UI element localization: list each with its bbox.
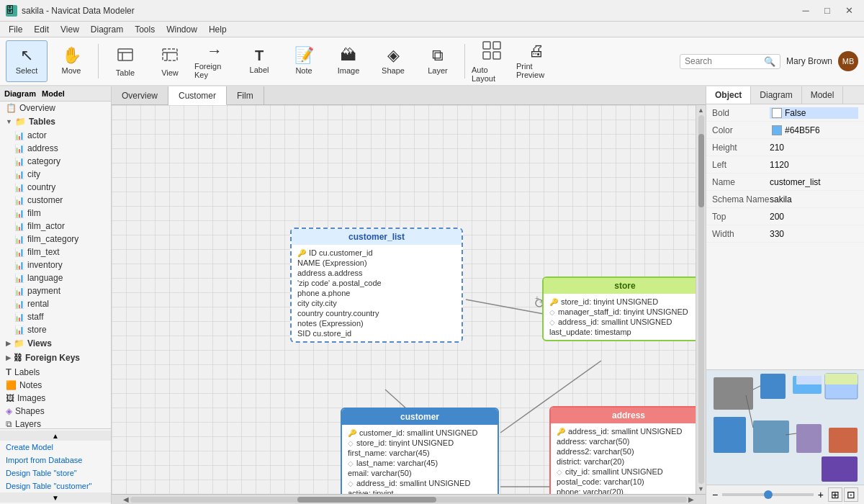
- sidebar-item-address[interactable]: 📊 address: [0, 142, 111, 155]
- horizontal-scrollbar[interactable]: ◀ ▶: [112, 494, 706, 504]
- tool-layer[interactable]: ⧉ Layer: [417, 40, 459, 82]
- menu-view[interactable]: View: [55, 23, 85, 36]
- tool-note[interactable]: 📝 Note: [283, 40, 325, 82]
- h-scroll-thumb[interactable]: [297, 497, 436, 503]
- bold-checkbox[interactable]: [772, 108, 782, 118]
- key-icon: 🔑: [348, 429, 356, 437]
- tool-move[interactable]: ✋ Move: [50, 40, 92, 82]
- sidebar-item-shapes[interactable]: ◈ Shapes: [0, 405, 111, 418]
- scroll-up-btn[interactable]: ▲: [0, 431, 111, 441]
- actor-table-icon: 📊: [14, 131, 24, 140]
- table-store[interactable]: store 🔑 store_id: tinyint UNSIGNED ◇ man…: [542, 276, 696, 341]
- layout-btn-2[interactable]: ⊡: [844, 487, 858, 502]
- v-scroll-track[interactable]: [698, 115, 704, 484]
- scroll-up-arrow[interactable]: ▲: [698, 107, 704, 114]
- sidebar-tab-diagram[interactable]: Diagram: [4, 89, 36, 98]
- zoom-out-btn[interactable]: −: [712, 489, 718, 500]
- mini-canvas[interactable]: [706, 369, 864, 485]
- tool-label[interactable]: T Label: [238, 40, 280, 82]
- canvas-content[interactable]: + + ⊢ ○ + + customer_list: [112, 105, 696, 494]
- tab-customer[interactable]: Customer: [168, 86, 227, 105]
- sidebar-item-images[interactable]: 🖼 Images: [0, 392, 111, 405]
- tool-print-preview[interactable]: 🖨 Print Preview: [516, 40, 557, 82]
- design-table-store-link[interactable]: Design Table "store": [0, 467, 111, 480]
- sidebar-item-inventory[interactable]: 📊 inventory: [0, 258, 111, 271]
- table-customer-list-header: customer_list: [292, 229, 462, 245]
- scroll-down-arrow[interactable]: ▼: [698, 485, 704, 492]
- expand-tables-icon: ▼: [6, 118, 12, 125]
- sidebar-item-rental[interactable]: 📊 rental: [0, 297, 111, 310]
- v-scroll-thumb[interactable]: [698, 134, 704, 207]
- tab-model[interactable]: Model: [802, 86, 844, 104]
- tab-overview[interactable]: Overview: [112, 86, 168, 104]
- images-icon: 🖼: [6, 393, 14, 403]
- search-box[interactable]: 🔍: [680, 54, 780, 69]
- design-table-customer-link[interactable]: Design Table "customer": [0, 480, 111, 492]
- minimize-button[interactable]: ─: [796, 4, 815, 18]
- sidebar-item-category[interactable]: 📊 category: [0, 155, 111, 168]
- sidebar-item-staff[interactable]: 📊 staff: [0, 310, 111, 323]
- tool-table[interactable]: Table: [104, 40, 146, 82]
- table-customer-header: customer: [342, 409, 498, 425]
- tool-view[interactable]: View: [149, 40, 191, 82]
- table-row: ◇ city_id: smallint UNSIGNED: [557, 467, 696, 477]
- menu-help[interactable]: Help: [203, 23, 233, 36]
- sidebar-item-payment[interactable]: 📊 payment: [0, 284, 111, 297]
- menu-tools[interactable]: Tools: [129, 23, 161, 36]
- vertical-scrollbar[interactable]: ▲ ▼: [696, 105, 706, 494]
- zoom-slider-thumb[interactable]: [764, 490, 773, 499]
- scroll-down-btn[interactable]: ▼: [0, 492, 111, 503]
- sidebar-item-film-text[interactable]: 📊 film_text: [0, 246, 111, 258]
- sidebar-item-customer[interactable]: 📊 customer: [0, 194, 111, 207]
- sidebar-item-language[interactable]: 📊 language: [0, 271, 111, 284]
- sidebar-item-film[interactable]: 📊 film: [0, 207, 111, 220]
- sidebar-tab-model[interactable]: Model: [42, 89, 65, 98]
- tool-select[interactable]: ↖ Select: [6, 40, 48, 82]
- film-category-table-icon: 📊: [14, 235, 24, 244]
- table-address-header: address: [551, 408, 696, 423]
- create-model-link[interactable]: Create Model: [0, 441, 111, 454]
- maximize-button[interactable]: □: [818, 4, 837, 18]
- sidebar-item-country[interactable]: 📊 country: [0, 181, 111, 194]
- diamond-icon: ◇: [557, 468, 562, 476]
- table-address[interactable]: address 🔑 address_id: smallint UNSIGNED …: [549, 406, 696, 494]
- tool-foreign-key[interactable]: → Foreign Key: [194, 40, 235, 82]
- close-button[interactable]: ✕: [840, 4, 858, 18]
- tool-auto-layout[interactable]: Auto Layout: [471, 40, 513, 82]
- search-input[interactable]: [685, 56, 764, 66]
- sidebar-item-film-category[interactable]: 📊 film_category: [0, 233, 111, 246]
- table-customer-list[interactable]: customer_list 🔑 ID cu.customer_id NAME (…: [290, 228, 463, 343]
- menu-window[interactable]: Window: [161, 23, 203, 36]
- image-icon: 🏔: [341, 48, 356, 63]
- scroll-left-arrow[interactable]: ◀: [122, 495, 130, 503]
- color-swatch[interactable]: [772, 125, 782, 135]
- sidebar-section-tables[interactable]: ▼ 📁 Tables: [0, 114, 111, 129]
- menu-edit[interactable]: Edit: [28, 23, 55, 36]
- sidebar-section-views[interactable]: ▶ 📁 Views: [0, 336, 111, 351]
- zoom-in-btn[interactable]: +: [818, 489, 824, 500]
- table-customer[interactable]: customer 🔑 customer_id: smallint UNSIGNE…: [341, 408, 499, 494]
- scroll-right-arrow[interactable]: ▶: [687, 495, 696, 503]
- table-row: country country.country: [297, 308, 456, 318]
- import-from-database-link[interactable]: Import from Database: [0, 454, 111, 467]
- tab-object[interactable]: Object: [706, 86, 751, 104]
- menu-diagram[interactable]: Diagram: [85, 23, 129, 36]
- menu-file[interactable]: File: [3, 23, 28, 36]
- sidebar-item-overview[interactable]: 📋 Overview: [0, 102, 111, 114]
- tab-film[interactable]: Film: [227, 86, 264, 104]
- h-scroll-track[interactable]: [130, 497, 687, 503]
- sidebar-item-store[interactable]: 📊 store: [0, 323, 111, 336]
- tool-image[interactable]: 🏔 Image: [328, 40, 369, 82]
- sidebar-item-labels[interactable]: T Labels: [0, 365, 111, 379]
- sidebar-item-layers[interactable]: ⧉ Layers: [0, 418, 111, 428]
- table-store-body: 🔑 store_id: tinyint UNSIGNED ◇ manager_s…: [544, 294, 696, 340]
- tab-diagram[interactable]: Diagram: [751, 86, 801, 104]
- tool-shape[interactable]: ◈ Shape: [372, 40, 414, 82]
- sidebar-item-notes[interactable]: 🟧 Notes: [0, 379, 111, 392]
- sidebar-item-actor[interactable]: 📊 actor: [0, 129, 111, 142]
- sidebar-item-city[interactable]: 📊 city: [0, 168, 111, 181]
- prop-color: Color #64B5F6: [706, 122, 864, 139]
- sidebar-section-foreign-keys[interactable]: ▶ ⛓ Foreign Keys: [0, 351, 111, 365]
- sidebar-item-film-actor[interactable]: 📊 film_actor: [0, 220, 111, 233]
- layout-btn-1[interactable]: ⊞: [828, 487, 842, 502]
